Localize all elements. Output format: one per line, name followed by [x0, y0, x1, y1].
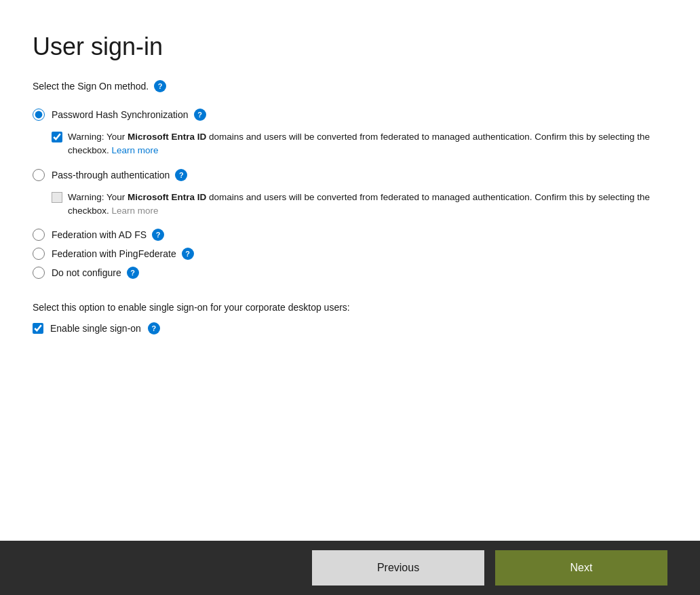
option-password-hash-help[interactable]: ? [194, 109, 206, 121]
page-title: User sign-in [33, 33, 667, 61]
sso-section: Select this option to enable single sign… [33, 302, 667, 334]
option-do-not-configure-label: Do not configure [52, 267, 121, 278]
radio-federation-ping[interactable] [33, 248, 45, 260]
sso-checkbox-option[interactable]: Enable single sign-on ? [33, 322, 667, 334]
option-federation-ping-label: Federation with PingFederate [52, 248, 176, 259]
radio-do-not-configure[interactable] [33, 267, 45, 279]
subtitle-text: Select the Sign On method. [33, 81, 149, 92]
entra-id-bold-1: Microsoft Entra ID [128, 132, 206, 142]
warning-checkbox-password-hash[interactable] [52, 132, 62, 142]
warning-text-password-hash: Warning: Your Microsoft Entra ID domains… [68, 130, 651, 158]
sso-help-icon[interactable]: ? [148, 322, 160, 334]
warning-block-pass-through: Warning: Your Microsoft Entra ID domains… [52, 191, 667, 218]
option-do-not-configure-help[interactable]: ? [127, 267, 139, 279]
option-pass-through-label: Pass-through authentication [52, 170, 170, 180]
option-federation-adfs[interactable]: Federation with AD FS ? [33, 229, 667, 241]
main-content: User sign-in Select the Sign On method. … [0, 0, 700, 541]
option-federation-ping[interactable]: Federation with PingFederate ? [33, 248, 667, 260]
warning-checkbox-pass-through[interactable] [52, 192, 62, 203]
subtitle-help-icon[interactable]: ? [154, 80, 166, 92]
subtitle-row: Select the Sign On method. ? [33, 80, 667, 92]
option-federation-adfs-help[interactable]: ? [152, 229, 164, 241]
radio-pass-through[interactable] [33, 169, 45, 181]
warning-text-pass-through: Warning: Your Microsoft Entra ID domains… [68, 191, 651, 218]
warning-block-password-hash: Warning: Your Microsoft Entra ID domains… [52, 130, 667, 158]
sign-on-options: Password Hash Synchronization ? Warning:… [33, 109, 667, 286]
sso-checkbox[interactable] [33, 323, 43, 334]
option-do-not-configure[interactable]: Do not configure ? [33, 267, 667, 279]
sso-label: Enable single sign-on [50, 323, 141, 334]
warning-row-password-hash: Warning: Your Microsoft Entra ID domains… [52, 130, 667, 158]
sso-description: Select this option to enable single sign… [33, 302, 667, 313]
previous-button[interactable]: Previous [312, 550, 484, 586]
option-pass-through[interactable]: Pass-through authentication ? [33, 169, 667, 181]
option-federation-ping-help[interactable]: ? [182, 248, 194, 260]
option-federation-adfs-label: Federation with AD FS [52, 229, 147, 240]
learn-more-link-1[interactable]: Learn more [112, 145, 159, 155]
warning-row-pass-through: Warning: Your Microsoft Entra ID domains… [52, 191, 667, 218]
option-password-hash-label: Password Hash Synchronization [52, 109, 189, 120]
learn-more-link-2: Learn more [112, 206, 159, 216]
next-button[interactable]: Next [495, 550, 667, 586]
entra-id-bold-2: Microsoft Entra ID [128, 192, 206, 202]
option-pass-through-help[interactable]: ? [175, 169, 187, 181]
radio-password-hash[interactable] [33, 109, 45, 121]
option-password-hash[interactable]: Password Hash Synchronization ? [33, 109, 667, 121]
radio-federation-adfs[interactable] [33, 229, 45, 241]
footer: Previous Next [0, 541, 700, 595]
